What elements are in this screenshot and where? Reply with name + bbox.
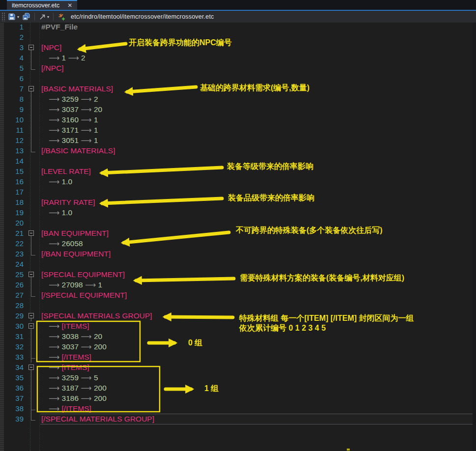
code-text: [40, 156, 41, 166]
code-line[interactable]: 13[/BASIC MATERIALS]: [4, 145, 473, 156]
line-number: 37: [4, 393, 26, 403]
line-number: 20: [4, 218, 26, 228]
code-line[interactable]: 16⟶ 1.0: [4, 176, 473, 187]
code-line[interactable]: 5[/NPC]: [4, 63, 473, 73]
fold-guide: [26, 414, 40, 424]
code-text: ⟶ 1 ⟶ 2: [40, 53, 85, 63]
code-text: [NPC]: [40, 42, 61, 53]
code-text: [SPECIAL MATERIALS GROUP]: [40, 310, 152, 321]
code-editor[interactable]: 1#PVF_File23[NPC]4⟶ 1 ⟶ 25[/NPC]67[BASIC…: [0, 23, 476, 451]
code-line[interactable]: 12⟶ 3051 ⟶ 1: [4, 135, 473, 145]
code-text: [/SPECIAL EQUIPMENT]: [40, 290, 127, 300]
tab-itemcrossover[interactable]: itemcrossover.etc ✕: [7, 0, 77, 10]
line-number: 34: [4, 362, 26, 372]
save-dropdown-caret[interactable]: ▾: [17, 15, 19, 19]
code-line[interactable]: 30⟶ [ITEMS]: [4, 321, 473, 331]
code-line[interactable]: 4⟶ 1 ⟶ 2: [4, 53, 473, 63]
code-line[interactable]: 34⟶ [ITEMS]: [4, 362, 473, 372]
line-number: 13: [4, 145, 26, 156]
code-line[interactable]: 17: [4, 187, 473, 197]
fold-guide: [26, 218, 40, 228]
code-text: [BASIC MATERIALS]: [40, 84, 113, 94]
editor-left-edge: [0, 23, 4, 451]
code-text: ⟶ 3171 ⟶ 1: [40, 125, 98, 135]
fold-guide: [26, 383, 40, 393]
line-number: 19: [4, 207, 26, 218]
toolbar-separator: [34, 13, 35, 21]
navigate-dropdown-caret[interactable]: ▾: [47, 15, 49, 19]
fold-guide: [26, 63, 40, 73]
code-line[interactable]: 32⟶ 3037 ⟶ 200: [4, 341, 473, 352]
fold-guide: [26, 259, 40, 269]
save-all-icon: [22, 13, 30, 21]
code-line[interactable]: 3[NPC]: [4, 42, 473, 53]
close-icon[interactable]: ✕: [67, 2, 72, 8]
code-line[interactable]: 39[/SPECIAL MATERIALS GROUP]: [4, 414, 473, 424]
code-line[interactable]: 29[SPECIAL MATERIALS GROUP]: [4, 310, 473, 321]
add-node-button[interactable]: [56, 12, 67, 22]
navigate-icon: [39, 13, 46, 20]
code-line[interactable]: 15[LEVEL RATE]: [4, 166, 473, 176]
code-line[interactable]: 20: [4, 218, 473, 228]
code-text: [40, 259, 41, 269]
code-line[interactable]: 8⟶ 3259 ⟶ 2: [4, 94, 473, 104]
code-line[interactable]: 25[SPECIAL EQUIPMENT]: [4, 269, 473, 280]
fold-guide: [26, 145, 40, 156]
code-line[interactable]: 37⟶ 3186 ⟶ 200: [4, 393, 473, 403]
code-line[interactable]: 22⟶ 26058: [4, 238, 473, 249]
scrollbar-track[interactable]: [473, 23, 476, 451]
code-line[interactable]: 19⟶ 1.0: [4, 207, 473, 218]
file-path-breadcrumb[interactable]: etc/rindro/itemtool/itemcrossover/itemcr…: [71, 13, 214, 20]
fold-guide: [26, 403, 40, 414]
fold-collapse-icon[interactable]: [26, 269, 40, 280]
code-line[interactable]: 21[BAN EQUIPMENT]: [4, 228, 473, 238]
fold-collapse-icon[interactable]: [26, 310, 40, 321]
code-text: [40, 32, 41, 42]
code-line[interactable]: 28: [4, 300, 473, 310]
code-line[interactable]: 36⟶ 3187 ⟶ 200: [4, 383, 473, 393]
code-text: ⟶ [/ITEMS]: [40, 352, 91, 362]
code-text: ⟶ 26058: [40, 238, 83, 249]
code-line[interactable]: 6: [4, 73, 473, 84]
code-line[interactable]: 33⟶ [/ITEMS]: [4, 352, 473, 362]
save-all-button[interactable]: [21, 12, 32, 22]
code-line[interactable]: 11⟶ 3171 ⟶ 1: [4, 125, 473, 135]
code-line[interactable]: 2: [4, 32, 473, 42]
code-line[interactable]: 31⟶ 3038 ⟶ 20: [4, 331, 473, 341]
code-line[interactable]: 26⟶ 27098 ⟶ 1: [4, 280, 473, 290]
fold-collapse-icon[interactable]: [26, 84, 40, 94]
code-line[interactable]: 1#PVF_File: [4, 22, 473, 32]
code-text: [/NPC]: [40, 63, 64, 73]
code-text: ⟶ [ITEMS]: [40, 362, 89, 372]
fold-collapse-icon[interactable]: [26, 42, 40, 53]
save-button[interactable]: ▾: [6, 12, 21, 22]
fold-collapse-icon[interactable]: [26, 321, 40, 331]
navigate-button[interactable]: ▾: [37, 12, 51, 21]
code-line[interactable]: 38⟶ [/ITEMS]: [4, 403, 473, 414]
fold-guide: [26, 290, 40, 300]
code-line[interactable]: 24: [4, 259, 473, 269]
code-line[interactable]: 18[RARITY RATE]: [4, 197, 473, 207]
code-line[interactable]: 14: [4, 156, 473, 166]
code-line[interactable]: 9⟶ 3037 ⟶ 20: [4, 104, 473, 114]
code-line[interactable]: 10⟶ 3160 ⟶ 1: [4, 114, 473, 125]
line-number: 6: [4, 73, 26, 84]
line-number: 27: [4, 290, 26, 300]
code-line[interactable]: 27[/SPECIAL EQUIPMENT]: [4, 290, 473, 300]
fold-guide: [26, 331, 40, 341]
line-number: 16: [4, 176, 26, 187]
fold-collapse-icon[interactable]: [26, 362, 40, 372]
code-text: ⟶ 3186 ⟶ 200: [40, 393, 107, 403]
line-number: 28: [4, 300, 26, 310]
code-line[interactable]: 7[BASIC MATERIALS]: [4, 84, 473, 94]
fold-guide: [26, 135, 40, 145]
toolbar-separator: [53, 13, 54, 21]
code-text: [/BAN EQUIPMENT]: [40, 249, 111, 259]
fold-collapse-icon[interactable]: [26, 228, 40, 238]
code-text: ⟶ [/ITEMS]: [40, 403, 91, 414]
line-number: 26: [4, 280, 26, 290]
code-text: ⟶ 27098 ⟶ 1: [40, 280, 102, 290]
code-line[interactable]: 23[/BAN EQUIPMENT]: [4, 249, 473, 259]
code-line[interactable]: 35⟶ 3259 ⟶ 5: [4, 372, 473, 383]
toolbar-drag-handle[interactable]: [1, 12, 5, 21]
